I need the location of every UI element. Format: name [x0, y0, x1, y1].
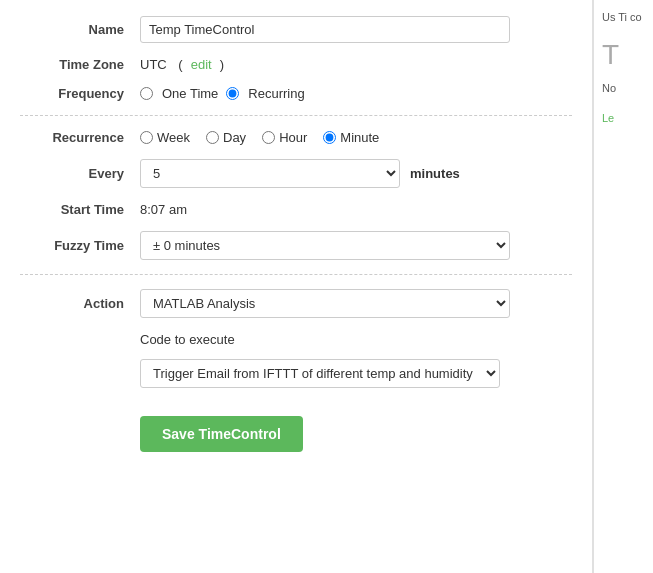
- start-time-label: Start Time: [20, 202, 140, 217]
- action-label: Action: [20, 296, 140, 311]
- every-select[interactable]: 1 2 3 4 5 10 15 30: [140, 159, 400, 188]
- frequency-row: Frequency One Time Recurring: [20, 86, 572, 101]
- side-note-label: No: [602, 81, 645, 96]
- save-button[interactable]: Save TimeControl: [140, 416, 303, 452]
- fuzzy-time-select[interactable]: ± 0 minutes ± 1 minute ± 5 minutes ± 10 …: [140, 231, 510, 260]
- frequency-content: One Time Recurring: [140, 86, 572, 101]
- recurrence-minute-label: Minute: [340, 130, 379, 145]
- recurrence-minute-group: Minute: [323, 130, 379, 145]
- fuzzy-time-row: Fuzzy Time ± 0 minutes ± 1 minute ± 5 mi…: [20, 231, 572, 260]
- recurrence-week-group: Week: [140, 130, 190, 145]
- recurrence-week-radio[interactable]: [140, 131, 153, 144]
- frequency-recurring-group: Recurring: [226, 86, 304, 101]
- frequency-recurring-label: Recurring: [248, 86, 304, 101]
- timezone-row: Time Zone UTC ( edit ): [20, 57, 572, 72]
- timezone-edit-link[interactable]: edit: [191, 57, 212, 72]
- side-big-char: T: [602, 39, 645, 71]
- recurrence-minute-radio[interactable]: [323, 131, 336, 144]
- timezone-value: UTC: [140, 57, 167, 72]
- recurrence-label: Recurrence: [20, 130, 140, 145]
- recurrence-hour-group: Hour: [262, 130, 307, 145]
- recurrence-day-radio[interactable]: [206, 131, 219, 144]
- every-content: 1 2 3 4 5 10 15 30 minutes: [140, 159, 572, 188]
- name-content: [140, 16, 572, 43]
- every-row: Every 1 2 3 4 5 10 15 30 minutes: [20, 159, 572, 188]
- action-row: Action MATLAB Analysis Python Script She…: [20, 289, 572, 318]
- side-link[interactable]: Le: [602, 112, 614, 124]
- code-content: Code to execute Trigger Email from IFTTT…: [140, 332, 572, 388]
- fuzzy-time-label: Fuzzy Time: [20, 238, 140, 253]
- code-row: Code to execute Trigger Email from IFTTT…: [20, 332, 572, 388]
- timezone-label: Time Zone: [20, 57, 140, 72]
- recurrence-row: Recurrence Week Day Hour: [20, 130, 572, 145]
- timezone-content: UTC ( edit ): [140, 57, 572, 72]
- start-time-row: Start Time 8:07 am: [20, 202, 572, 217]
- timezone-paren-close: ): [220, 57, 224, 72]
- start-time-value: 8:07 am: [140, 202, 187, 217]
- recurrence-day-label: Day: [223, 130, 246, 145]
- recurrence-day-group: Day: [206, 130, 246, 145]
- recurrence-week-label: Week: [157, 130, 190, 145]
- side-panel: Us Ti co T No Le: [593, 0, 653, 573]
- save-row: Save TimeControl: [20, 402, 572, 452]
- form-panel: Name Time Zone UTC ( edit ) Frequency: [0, 0, 593, 573]
- frequency-label: Frequency: [20, 86, 140, 101]
- form-section: Name Time Zone UTC ( edit ) Frequency: [20, 10, 572, 452]
- recurrence-hour-radio[interactable]: [262, 131, 275, 144]
- main-container: Name Time Zone UTC ( edit ) Frequency: [0, 0, 653, 573]
- recurrence-hour-label: Hour: [279, 130, 307, 145]
- code-select-row: Trigger Email from IFTTT of different te…: [140, 359, 500, 388]
- divider-2: [20, 274, 572, 275]
- code-select[interactable]: Trigger Email from IFTTT of different te…: [140, 359, 500, 388]
- name-label: Name: [20, 22, 140, 37]
- start-time-content: 8:07 am: [140, 202, 572, 217]
- frequency-recurring-radio[interactable]: [226, 87, 239, 100]
- every-label: Every: [20, 166, 140, 181]
- fuzzy-time-content: ± 0 minutes ± 1 minute ± 5 minutes ± 10 …: [140, 231, 572, 260]
- action-content: MATLAB Analysis Python Script Shell Comm…: [140, 289, 572, 318]
- frequency-one-time-group: One Time: [140, 86, 218, 101]
- frequency-one-time-radio[interactable]: [140, 87, 153, 100]
- code-label: Code to execute: [140, 332, 235, 347]
- name-row: Name: [20, 16, 572, 43]
- divider-1: [20, 115, 572, 116]
- recurrence-content: Week Day Hour Minute: [140, 130, 572, 145]
- name-input[interactable]: [140, 16, 510, 43]
- frequency-one-time-label: One Time: [162, 86, 218, 101]
- every-suffix: minutes: [410, 166, 460, 181]
- timezone-paren-open: (: [175, 57, 183, 72]
- action-select[interactable]: MATLAB Analysis Python Script Shell Comm…: [140, 289, 510, 318]
- side-description: Us Ti co: [602, 10, 645, 25]
